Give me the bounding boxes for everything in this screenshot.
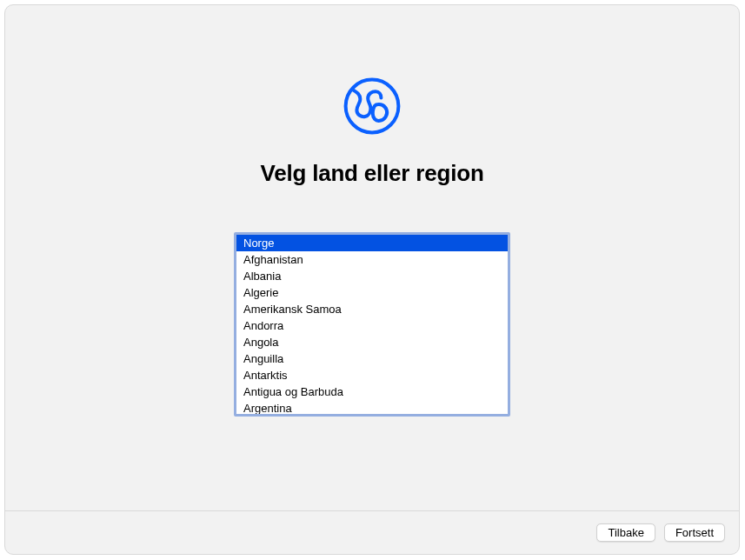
country-item[interactable]: Antarktis bbox=[236, 367, 508, 383]
country-item[interactable]: Argentina bbox=[236, 400, 508, 414]
country-item[interactable]: Afghanistan bbox=[236, 251, 508, 268]
country-item[interactable]: Angola bbox=[236, 334, 508, 350]
page-title: Velg land eller region bbox=[260, 160, 483, 187]
country-item[interactable]: Albania bbox=[236, 268, 508, 284]
country-item[interactable]: Andorra bbox=[236, 317, 508, 334]
continue-button[interactable]: Fortsett bbox=[664, 523, 725, 542]
country-item[interactable]: Antigua og Barbuda bbox=[236, 383, 508, 400]
globe-icon bbox=[337, 71, 407, 141]
back-button[interactable]: Tilbake bbox=[596, 523, 655, 542]
content-area: Velg land eller region NorgeAfghanistanA… bbox=[5, 5, 739, 510]
footer-bar: Tilbake Fortsett bbox=[5, 510, 739, 554]
setup-window: Velg land eller region NorgeAfghanistanA… bbox=[4, 4, 740, 555]
country-item[interactable]: Amerikansk Samoa bbox=[236, 301, 508, 317]
country-item[interactable]: Algerie bbox=[236, 284, 508, 301]
country-item[interactable]: Anguilla bbox=[236, 350, 508, 367]
country-list[interactable]: NorgeAfghanistanAlbaniaAlgerieAmerikansk… bbox=[234, 232, 510, 417]
country-item[interactable]: Norge bbox=[236, 235, 508, 251]
